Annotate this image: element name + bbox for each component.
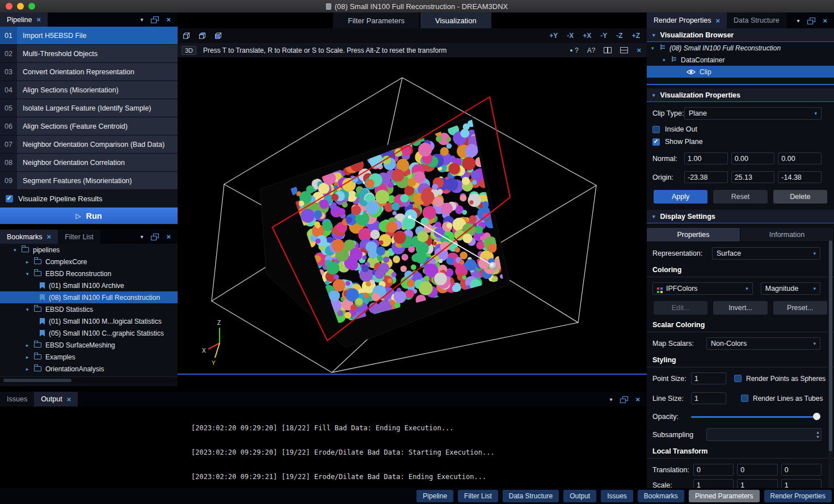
bookmark-folder[interactable]: ▾ pipelines (0, 244, 178, 256)
point-size-field[interactable] (691, 372, 726, 384)
pipeline-step[interactable]: 05 Isolate Largest Feature (Identify Sam… (0, 99, 178, 117)
bookmark-folder[interactable]: ▸ OrientationAnalysis (0, 363, 178, 375)
pipeline-step[interactable]: 08 Neighbor Orientation Correlation (0, 154, 178, 171)
apply-button[interactable]: Apply (654, 190, 707, 204)
pipeline-step[interactable]: 04 Align Sections (Misorientation) (0, 81, 178, 99)
split-vertical-icon[interactable] (604, 47, 612, 53)
undock-icon[interactable] (807, 18, 815, 24)
subsampling-stepper[interactable]: ▲ ▼ (706, 428, 822, 441)
opacity-slider[interactable] (691, 413, 820, 421)
chevron-right-icon[interactable]: ▸ (26, 342, 34, 348)
close-view-icon[interactable]: × (637, 46, 641, 54)
undock-icon[interactable] (151, 234, 158, 240)
close-window-button[interactable] (6, 3, 12, 10)
close-icon[interactable]: × (715, 17, 720, 24)
lines-as-tubes-checkbox[interactable] (741, 395, 748, 402)
tab-filter-parameters[interactable]: Filter Parameters (333, 12, 419, 28)
camera-reset-icon[interactable] (182, 32, 191, 40)
color-array-dropdown[interactable]: IPFColors ▾ (652, 282, 753, 295)
undock-icon[interactable] (151, 16, 158, 23)
bookmark-item[interactable]: (05) Small IN100 C...graphic Statistics (0, 327, 178, 339)
chevron-down-icon[interactable]: ▾ (609, 396, 612, 403)
show-plane-checkbox[interactable] (652, 138, 660, 146)
console-log[interactable]: [2023:02:20 09:29:20] [18/22] Fill Bad D… (0, 406, 647, 488)
browser-node-datacontainer[interactable]: ▾ DataContainer (647, 54, 834, 66)
camera-projection-icon[interactable] (214, 32, 223, 40)
translation-x-field[interactable] (693, 464, 734, 476)
browser-node-clip[interactable]: Clip (647, 66, 834, 78)
horizontal-scrollbar[interactable] (0, 376, 178, 383)
close-icon[interactable]: × (67, 396, 71, 403)
tab-bookmarks[interactable]: Bookmarks × (0, 230, 58, 244)
tab-data-structure[interactable]: Data Structure (727, 12, 786, 28)
chevron-right-icon[interactable]: ▸ (26, 354, 34, 360)
normal-x-field[interactable] (684, 153, 728, 164)
bookmark-item[interactable]: (01) Small IN100 Archive (0, 279, 178, 291)
vertical-scrollbar[interactable] (828, 239, 833, 488)
tab-pipeline[interactable]: Pipeline × (0, 12, 48, 27)
eye-icon[interactable] (686, 69, 696, 75)
edit-colormap-button[interactable]: Edit... (654, 301, 707, 315)
color-mode-dropdown[interactable]: Magnitude ▾ (761, 282, 820, 295)
tab-issues[interactable]: Issues (0, 392, 34, 406)
visualization-browser-header[interactable]: ▾ Visualization Browser (647, 28, 834, 42)
pipeline-step[interactable]: 03 Convert Orientation Representation (0, 63, 178, 81)
translation-y-field[interactable] (737, 464, 777, 476)
chevron-right-icon[interactable]: ▸ (26, 366, 34, 372)
view-plus-y-button[interactable]: +Y (549, 32, 558, 40)
annotation-icon[interactable]: A? (587, 46, 596, 54)
dock-issues-button[interactable]: Issues (601, 490, 633, 502)
pipeline-step[interactable]: 07 Neighbor Orientation Comparison (Bad … (0, 135, 178, 153)
tab-display-information[interactable]: Information (740, 228, 834, 242)
chevron-down-icon[interactable]: ▾ (140, 234, 143, 240)
visualize-results-checkbox[interactable] (6, 195, 13, 202)
dock-bookmarks-button[interactable]: Bookmarks (638, 490, 684, 502)
display-settings-header[interactable]: ▾ Display Settings (647, 210, 834, 223)
bookmark-folder[interactable]: ▸ EBSD SurfaceMeshing (0, 339, 178, 351)
line-size-field[interactable] (691, 392, 726, 404)
tab-render-properties[interactable]: Render Properties × (647, 12, 727, 28)
pick-query-icon[interactable]: ? (570, 46, 579, 54)
chevron-down-icon[interactable]: ▾ (26, 307, 34, 312)
bookmark-folder[interactable]: ▾ EBSD Reconstruction (0, 268, 178, 279)
map-scalars-dropdown[interactable]: Non-Colors ▾ (706, 337, 820, 350)
dock-data-structure-button[interactable]: Data Structure (503, 490, 559, 502)
view-minus-y-button[interactable]: -Y (600, 32, 607, 40)
translation-z-field[interactable] (781, 464, 822, 476)
bookmark-folder[interactable]: ▸ ComplexCore (0, 256, 178, 268)
pipeline-step[interactable]: 06 Align Sections (Feature Centroid) (0, 117, 178, 135)
view-plus-z-button[interactable]: +Z (632, 32, 640, 40)
pipeline-step[interactable]: 09 Segment Features (Misorientation) (0, 172, 178, 189)
inside-out-checkbox[interactable] (652, 126, 660, 133)
split-horizontal-icon[interactable] (620, 47, 628, 53)
snap-view-icon[interactable] (198, 32, 207, 40)
pipeline-step[interactable]: 01 Import H5EBSD File (0, 27, 178, 44)
chevron-down-icon[interactable]: ▾ (26, 271, 34, 277)
normal-z-field[interactable] (778, 153, 822, 164)
visualization-properties-header[interactable]: ▾ Visualization Properties (647, 88, 834, 102)
run-button[interactable]: ▷ Run (0, 207, 178, 224)
scale-x-field[interactable] (693, 479, 734, 488)
view-minus-z-button[interactable]: -Z (616, 32, 622, 40)
close-panel-icon[interactable]: × (823, 17, 827, 24)
minimize-window-button[interactable] (17, 3, 24, 10)
preset-colormap-button[interactable]: Preset... (773, 301, 827, 315)
scale-z-field[interactable] (781, 479, 822, 488)
normal-y-field[interactable] (731, 153, 775, 164)
dock-render-properties-button[interactable]: Render Properties (764, 490, 832, 502)
points-as-spheres-checkbox[interactable] (734, 375, 742, 382)
invert-colormap-button[interactable]: Invert... (713, 301, 767, 315)
chevron-down-icon[interactable]: ▾ (797, 18, 799, 24)
slider-thumb[interactable] (813, 413, 820, 420)
pipeline-step[interactable]: 02 Multi-Threshold Objects (0, 45, 178, 62)
delete-button[interactable]: Delete (773, 190, 827, 204)
bookmark-folder[interactable]: ▾ EBSD Statistics (0, 303, 178, 315)
chevron-down-icon[interactable]: ▾ (651, 45, 659, 51)
chevron-right-icon[interactable]: ▸ (26, 259, 34, 265)
spin-up-icon[interactable]: ▲ (816, 430, 820, 434)
scale-y-field[interactable] (737, 479, 777, 488)
tab-output[interactable]: Output × (34, 392, 78, 406)
dock-filter-list-button[interactable]: Filter List (458, 490, 498, 502)
dock-pinned-parameters-button[interactable]: Pinned Parameters (689, 490, 760, 502)
chevron-down-icon[interactable]: ▾ (663, 57, 671, 63)
